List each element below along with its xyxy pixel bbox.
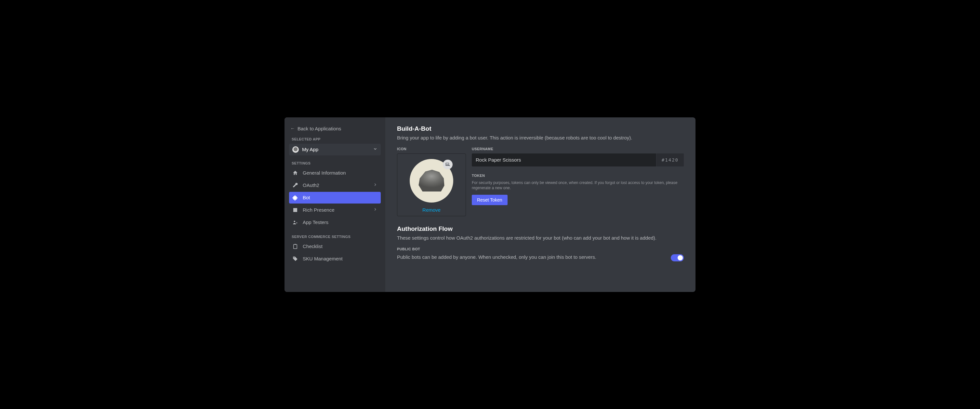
rock-icon	[417, 169, 445, 192]
token-block: Token For security purposes, tokens can …	[472, 173, 684, 205]
sidebar-item-oauth2[interactable]: OAuth2	[289, 180, 381, 191]
home-icon	[292, 170, 298, 176]
sidebar-item-checklist[interactable]: Checklist	[289, 240, 381, 252]
sidebar-item-sku-management[interactable]: SKU Management	[289, 253, 381, 265]
public-bot-toggle[interactable]	[671, 254, 684, 261]
tags-icon	[292, 256, 298, 262]
main-content: Build-A-Bot Bring your app to life by ad…	[385, 117, 695, 292]
sidebar-item-rich-presence[interactable]: Rich Presence	[289, 204, 381, 216]
sidebar: ← Back to Applications Selected App My A…	[285, 117, 385, 292]
commerce-nav: Checklist SKU Management	[289, 240, 381, 265]
discriminator: #1420	[656, 153, 684, 167]
username-input[interactable]	[472, 153, 656, 167]
bot-identity-row: Icon	[397, 147, 684, 216]
icon-card: Remove	[397, 153, 466, 216]
svg-point-1	[294, 257, 294, 258]
wrench-icon	[292, 182, 298, 188]
username-row: #1420	[472, 153, 684, 167]
app-avatar-icon	[292, 146, 299, 153]
token-label: Token	[472, 173, 684, 178]
sidebar-item-general-information[interactable]: General Information	[289, 167, 381, 179]
token-help-text: For security purposes, tokens can only b…	[472, 180, 684, 191]
document-icon	[292, 207, 298, 213]
authorization-flow-section: Authorization Flow These settings contro…	[397, 225, 684, 261]
app-selector[interactable]: My App	[289, 144, 381, 155]
upload-image-button[interactable]	[443, 160, 453, 169]
public-bot-row: Public bots can be added by anyone. When…	[397, 254, 684, 261]
chevron-right-icon	[373, 207, 377, 213]
sidebar-item-bot[interactable]: Bot	[289, 192, 381, 204]
app-name: My App	[302, 146, 373, 152]
sidebar-item-label: Bot	[303, 195, 377, 200]
sidebar-item-label: SKU Management	[303, 256, 377, 261]
selected-app-heading: Selected App	[289, 136, 381, 143]
avatar-wrap[interactable]	[410, 159, 453, 202]
sidebar-item-label: OAuth2	[303, 182, 368, 188]
back-label: Back to Applications	[298, 126, 341, 131]
remove-icon-link[interactable]: Remove	[402, 207, 460, 213]
svg-point-0	[294, 220, 296, 222]
arrow-left-icon: ←	[290, 126, 295, 131]
build-a-bot-title: Build-A-Bot	[397, 125, 684, 132]
build-a-bot-subtitle: Bring your app to life by adding a bot u…	[397, 134, 684, 141]
auth-flow-title: Authorization Flow	[397, 225, 684, 232]
icon-label: Icon	[397, 147, 466, 151]
username-label: Username	[472, 147, 684, 151]
public-bot-description: Public bots can be added by anyone. When…	[397, 254, 596, 260]
clipboard-icon	[292, 243, 298, 249]
sidebar-item-app-testers[interactable]: App Testers	[289, 216, 381, 228]
chevron-down-icon	[373, 146, 377, 153]
commerce-heading: Server Commerce Settings	[289, 234, 381, 240]
public-bot-label: Public Bot	[397, 247, 684, 251]
toggle-knob	[678, 255, 683, 260]
icon-column: Icon	[397, 147, 466, 216]
sidebar-item-label: General Information	[303, 170, 377, 175]
app-window: ← Back to Applications Selected App My A…	[285, 117, 695, 292]
image-add-icon	[445, 162, 450, 167]
sidebar-item-label: Rich Presence	[303, 207, 368, 213]
auth-flow-subtitle: These settings control how OAuth2 author…	[397, 234, 684, 241]
testers-icon	[292, 220, 298, 225]
chevron-right-icon	[373, 182, 377, 188]
username-token-column: Username #1420 Token For security purpos…	[472, 147, 684, 216]
settings-heading: Settings	[289, 160, 381, 167]
puzzle-icon	[292, 195, 298, 201]
back-to-applications-link[interactable]: ← Back to Applications	[289, 124, 381, 136]
reset-token-button[interactable]: Reset Token	[472, 195, 508, 205]
sidebar-item-label: App Testers	[303, 220, 377, 225]
sidebar-item-label: Checklist	[303, 243, 377, 249]
settings-nav: General Information OAuth2 Bot	[289, 167, 381, 228]
